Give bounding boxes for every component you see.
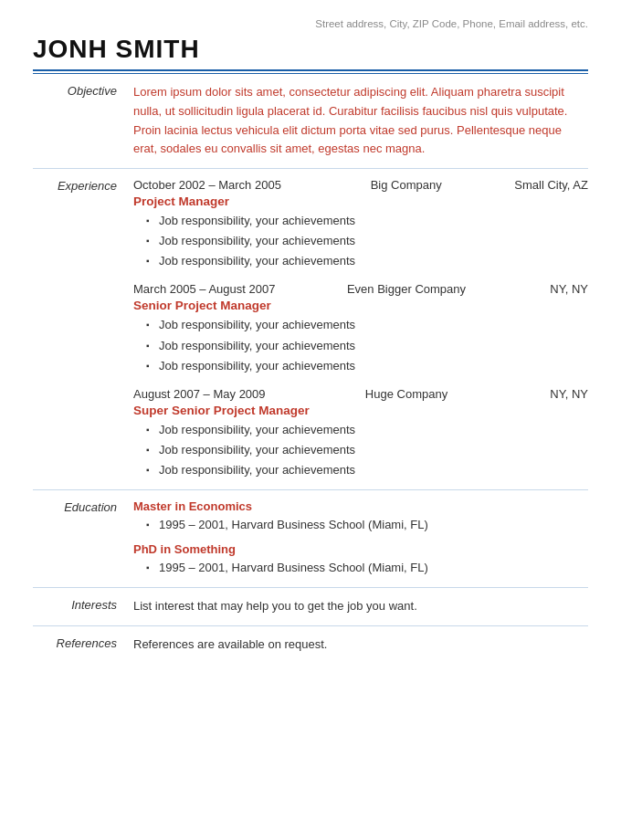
- exp-bullets-2: Job responsibility, your achievements Jo…: [133, 315, 588, 375]
- references-text: References are available on request.: [133, 635, 588, 655]
- edu-degree-2: PhD in Something: [133, 542, 588, 556]
- bullet: Job responsibility, your achievements: [146, 336, 588, 356]
- references-content: References are available on request.: [133, 635, 588, 655]
- bullet: Job responsibility, your achievements: [146, 231, 588, 251]
- experience-section: Experience October 2002 – March 2005 Big…: [33, 169, 588, 490]
- experience-entry-1: October 2002 – March 2005 Big Company Sm…: [133, 178, 588, 271]
- exp-meta-3: August 2007 – May 2009 Huge Company NY, …: [133, 387, 588, 401]
- bullet: Job responsibility, your achievements: [146, 251, 588, 271]
- divider-top: [33, 69, 588, 71]
- exp-date-3: August 2007 – May 2009: [133, 387, 298, 401]
- exp-location-2: NY, NY: [515, 282, 588, 296]
- exp-bullets-3: Job responsibility, your achievements Jo…: [133, 420, 588, 480]
- bullet: Job responsibility, your achievements: [146, 356, 588, 376]
- objective-text: Lorem ipsum dolor sits amet, consectetur…: [133, 83, 588, 159]
- exp-company-3: Huge Company: [338, 387, 475, 401]
- bullet: Job responsibility, your achievements: [146, 211, 588, 231]
- education-content: Master in Economics 1995 – 2001, Harvard…: [133, 499, 588, 578]
- experience-content: October 2002 – March 2005 Big Company Sm…: [133, 178, 588, 480]
- references-section: References References are available on r…: [33, 626, 588, 664]
- exp-title-2: Senior Project Manager: [133, 299, 588, 312]
- interests-content: List interest that may help you to get t…: [133, 597, 588, 616]
- exp-bullets-1: Job responsibility, your achievements Jo…: [133, 211, 588, 271]
- interests-label: Interests: [33, 597, 133, 612]
- education-label: Education: [33, 499, 133, 514]
- bullet: Job responsibility, your achievements: [146, 420, 588, 440]
- edu-detail-1: 1995 – 2001, Harvard Business School (Mi…: [133, 515, 588, 535]
- exp-company-2: Even Bigger Company: [338, 282, 475, 296]
- exp-date-2: March 2005 – August 2007: [133, 282, 298, 296]
- bullet: Job responsibility, your achievements: [146, 460, 588, 480]
- references-label: References: [33, 635, 133, 650]
- bullet: Job responsibility, your achievements: [146, 315, 588, 335]
- resume-name: JONH SMITH: [33, 35, 588, 64]
- interests-text: List interest that may help you to get t…: [133, 597, 588, 616]
- edu-detail-item: 1995 – 2001, Harvard Business School (Mi…: [146, 558, 588, 578]
- objective-content: Lorem ipsum dolor sits amet, consectetur…: [133, 83, 588, 159]
- experience-entry-2: March 2005 – August 2007 Even Bigger Com…: [133, 282, 588, 375]
- exp-company-1: Big Company: [338, 178, 475, 192]
- experience-entry-3: August 2007 – May 2009 Huge Company NY, …: [133, 387, 588, 480]
- exp-title-1: Project Manager: [133, 194, 588, 208]
- edu-degree-1: Master in Economics: [133, 499, 588, 513]
- exp-meta-1: October 2002 – March 2005 Big Company Sm…: [133, 178, 588, 192]
- objective-section: Objective Lorem ipsum dolor sits amet, c…: [33, 74, 588, 169]
- exp-location-3: NY, NY: [515, 387, 588, 401]
- resume-page: Street address, City, ZIP Code, Phone, E…: [0, 0, 621, 840]
- bullet: Job responsibility, your achievements: [146, 440, 588, 460]
- interests-section: Interests List interest that may help yo…: [33, 588, 588, 626]
- education-section: Education Master in Economics 1995 – 200…: [33, 490, 588, 588]
- address-line: Street address, City, ZIP Code, Phone, E…: [33, 18, 588, 29]
- objective-label: Objective: [33, 83, 133, 98]
- edu-detail-item: 1995 – 2001, Harvard Business School (Mi…: [146, 515, 588, 535]
- edu-detail-2: 1995 – 2001, Harvard Business School (Mi…: [133, 558, 588, 578]
- exp-location-1: Small City, AZ: [514, 178, 588, 192]
- exp-meta-2: March 2005 – August 2007 Even Bigger Com…: [133, 282, 588, 296]
- exp-date-1: October 2002 – March 2005: [133, 178, 298, 192]
- experience-label: Experience: [33, 178, 133, 193]
- exp-title-3: Super Senior Project Manager: [133, 404, 588, 417]
